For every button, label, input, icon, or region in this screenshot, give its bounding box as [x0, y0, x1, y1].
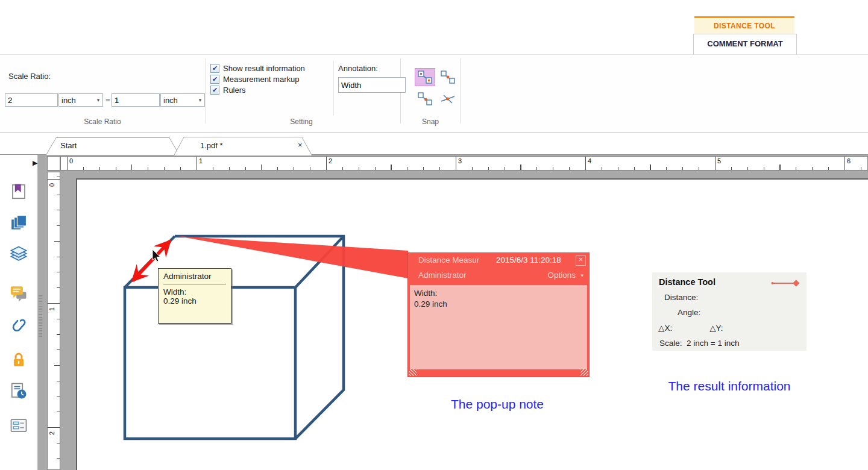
contextual-tab-distance-tool[interactable]: DISTANCE TOOL	[694, 16, 794, 34]
scale-unit-left-select[interactable]: inch	[58, 93, 103, 107]
measurement-tooltip: Administrator Width: 0.29 inch	[158, 268, 231, 324]
tooltip-field: Width:	[163, 287, 226, 296]
angle-label: Angle:	[678, 308, 700, 317]
equals-label: =	[105, 95, 110, 104]
group-separator	[460, 58, 461, 124]
snap-nearest-button[interactable]	[415, 90, 435, 108]
pdf-editor-window: DISTANCE TOOL COMMENT FORMAT Scale Ratio…	[0, 0, 868, 470]
setting-group-label: Setting	[235, 118, 368, 126]
popup-value: 0.29 inch	[414, 299, 583, 310]
checkbox-label: Rulers	[223, 86, 246, 95]
scale-label: Scale: 2 inch = 1 inch	[659, 339, 739, 348]
popup-note-body[interactable]: Width: 0.29 inch	[410, 285, 587, 369]
result-info-panel: Distance Tool Distance: Angle: △X:△Y: Sc…	[652, 272, 807, 351]
tooltip-divider	[163, 284, 226, 284]
checkbox-show-result-information[interactable]: ✔ Show result information	[210, 63, 305, 73]
v-ruler-number: 1	[48, 307, 55, 311]
doc-tab-start[interactable]: Start	[46, 137, 180, 155]
checkbox-label: Show result information	[223, 64, 305, 73]
doc-tab-active[interactable]: 1.pdf * ×	[174, 137, 312, 155]
scale-unit-right-value: inch	[161, 96, 196, 105]
snap-midpoint-button[interactable]	[438, 68, 458, 86]
caption-result-information: The result information	[651, 379, 808, 393]
h-ruler-number: 5	[717, 157, 721, 164]
sidebar-expand-icon[interactable]	[33, 159, 37, 167]
ribbon: Scale Ratio: inch = inch Scale Ratio ✔ S…	[0, 54, 868, 133]
tab-comment-format[interactable]: COMMENT FORMAT	[693, 34, 797, 55]
popup-note[interactable]: Distance Measur 2015/6/3 11:20:18 × Admi…	[407, 252, 590, 377]
close-icon[interactable]: ×	[576, 255, 586, 266]
doc-tab-label: Start	[60, 141, 77, 150]
checkbox-checked-icon[interactable]: ✔	[210, 75, 219, 84]
h-ruler-number: 4	[588, 157, 591, 164]
security-icon[interactable]	[10, 351, 28, 369]
snap-midpoint-icon	[440, 70, 456, 84]
v-ruler: 012	[47, 172, 60, 470]
panel-splitter-handle[interactable]	[39, 295, 42, 339]
h-ruler-number: 2	[329, 157, 332, 164]
v-ruler-number: 2	[48, 431, 55, 435]
snap-nearest-icon	[417, 92, 433, 106]
bookmarks-icon[interactable]	[10, 183, 28, 201]
dropdown-arrow-icon	[94, 97, 102, 103]
checkbox-label: Measurement markup	[223, 75, 299, 84]
annotation-input[interactable]	[338, 77, 406, 93]
scale-ratio-group-label: Scale Ratio	[36, 118, 169, 126]
h-ruler: 0123456	[60, 156, 868, 171]
dropdown-arrow-icon	[580, 272, 583, 278]
navigation-sidebar	[0, 155, 38, 470]
caption-popup-note: The pop-up note	[416, 397, 579, 412]
sub-separator	[333, 61, 334, 115]
tooltip-value: 0.29 inch	[163, 296, 226, 306]
checkbox-rulers[interactable]: ✔ Rulers	[210, 85, 246, 95]
form-fields-icon[interactable]	[10, 416, 28, 434]
snap-endpoint-button[interactable]	[415, 68, 435, 86]
result-panel-title: Distance Tool	[659, 277, 715, 287]
h-ruler-number: 1	[199, 157, 203, 164]
annotation-label: Annotation:	[338, 64, 378, 73]
h-ruler-number: 6	[847, 157, 851, 164]
scale-ratio-label: Scale Ratio:	[8, 72, 51, 81]
group-separator	[206, 58, 206, 124]
scale-unit-right-select[interactable]: inch	[160, 93, 205, 107]
v-ruler-number: 0	[48, 183, 55, 187]
comments-icon[interactable]	[10, 284, 28, 302]
distance-line-icon	[770, 280, 800, 287]
attachments-icon[interactable]	[10, 318, 28, 336]
close-tab-icon[interactable]: ×	[298, 140, 303, 149]
checkbox-checked-icon[interactable]: ✔	[210, 86, 219, 95]
layers-icon[interactable]	[10, 245, 28, 263]
popup-author: Administrator	[418, 271, 467, 280]
snap-group-label: Snap	[400, 118, 461, 126]
signature-doc-icon[interactable]	[10, 382, 28, 400]
popup-title: Distance Measur	[418, 255, 479, 265]
tooltip-author: Administrator	[163, 272, 226, 281]
ruler-corner	[47, 156, 60, 171]
checkbox-measurement-markup[interactable]: ✔ Measurement markup	[210, 74, 299, 84]
h-ruler-number: 3	[458, 157, 462, 164]
delta-y-label: △Y:	[709, 324, 723, 333]
resize-grip-icon[interactable]	[580, 369, 588, 376]
snap-intersection-button[interactable]	[438, 90, 458, 108]
scale-value-left-input[interactable]	[5, 93, 58, 107]
checkbox-checked-icon[interactable]: ✔	[210, 64, 219, 73]
distance-label: Distance:	[664, 293, 698, 302]
popup-options-button[interactable]: Options	[547, 271, 576, 280]
pages-icon[interactable]	[10, 214, 28, 232]
popup-timestamp: 2015/6/3 11:20:18	[496, 255, 561, 265]
doc-tab-label: 1.pdf *	[200, 141, 223, 150]
scale-unit-left-value: inch	[59, 96, 94, 105]
popup-field: Width:	[414, 288, 583, 299]
delta-x-label: △X:	[658, 324, 672, 333]
resize-grip-icon[interactable]	[409, 369, 417, 376]
snap-intersection-icon	[440, 92, 456, 106]
h-ruler-number: 0	[69, 157, 73, 164]
snap-endpoint-icon	[417, 70, 433, 84]
dropdown-arrow-icon	[196, 97, 204, 103]
scale-value-right-input[interactable]	[112, 93, 160, 107]
